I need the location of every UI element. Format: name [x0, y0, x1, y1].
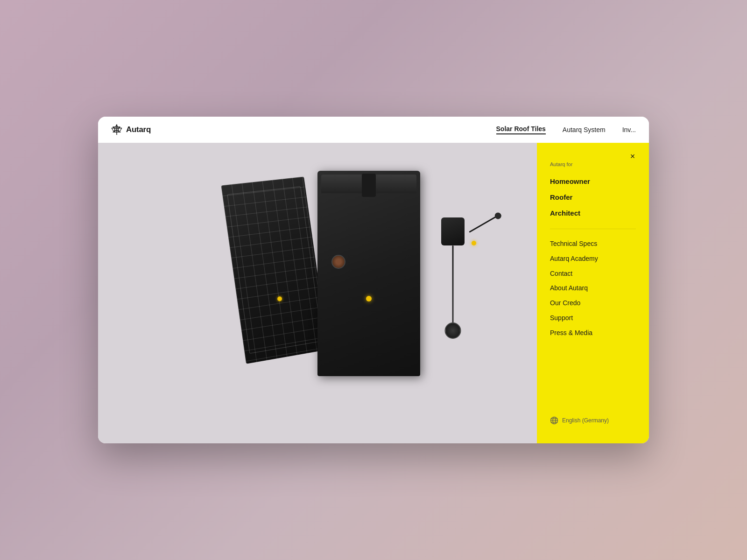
dropdown-item-homeowner[interactable]: Homeowner — [550, 174, 636, 189]
language-label[interactable]: English (Germany) — [562, 417, 609, 424]
logo-icon — [111, 124, 122, 135]
dropdown-footer: English (Germany) — [537, 407, 649, 434]
dropdown-item-contact[interactable]: Contact — [550, 266, 636, 281]
dropdown-item-technical-specs[interactable]: Technical Specs — [550, 237, 636, 252]
cable-piece — [425, 217, 481, 339]
nav-link-investors[interactable]: Inv... — [622, 126, 636, 133]
main-nav: Solar Roof Tiles Autarq System Inv... — [496, 125, 636, 134]
cable-dot — [472, 241, 476, 245]
dropdown-audience-section: Autarq for Homeowner Roofer Architect — [537, 152, 649, 229]
cable-end — [445, 322, 461, 339]
nav-link-autarq-system[interactable]: Autarq System — [563, 126, 606, 133]
solar-panel — [221, 177, 328, 364]
logo-area[interactable]: Autarq — [111, 124, 151, 135]
cable-line — [452, 245, 454, 329]
dropdown-menu: × Autarq for Homeowner Roofer Architect … — [537, 143, 649, 443]
logo-text: Autarq — [126, 125, 151, 134]
dropdown-item-support[interactable]: Support — [550, 311, 636, 326]
dropdown-item-architect[interactable]: Architect — [550, 205, 636, 221]
nav-link-solar-roof-tiles[interactable]: Solar Roof Tiles — [496, 125, 546, 134]
cable-body — [441, 217, 465, 245]
main-content: × Autarq for Homeowner Roofer Architect … — [98, 143, 649, 443]
close-button[interactable]: × — [626, 149, 640, 163]
tile-connector-top — [362, 174, 376, 197]
browser-window: Autarq Solar Roof Tiles Autarq System In… — [98, 117, 649, 443]
tile-connector-circle — [331, 255, 345, 269]
svg-line-4 — [120, 128, 122, 133]
dropdown-item-about-autarq[interactable]: About Autarq — [550, 281, 636, 296]
header: Autarq Solar Roof Tiles Autarq System In… — [98, 117, 649, 143]
dropdown-item-press-media[interactable]: Press & Media — [550, 326, 636, 341]
dropdown-secondary-section: Technical Specs Autarq Academy Contact A… — [537, 229, 649, 348]
tile-dot — [366, 296, 372, 301]
cable-arm — [469, 215, 498, 233]
globe-icon — [550, 416, 558, 425]
dropdown-item-autarq-academy[interactable]: Autarq Academy — [550, 252, 636, 266]
dropdown-section-label: Autarq for — [550, 161, 636, 167]
roof-tile — [317, 171, 420, 376]
panel-dot — [277, 296, 282, 301]
svg-line-3 — [112, 128, 114, 133]
dropdown-item-roofer[interactable]: Roofer — [550, 189, 636, 205]
dropdown-item-our-credo[interactable]: Our Credo — [550, 296, 636, 311]
